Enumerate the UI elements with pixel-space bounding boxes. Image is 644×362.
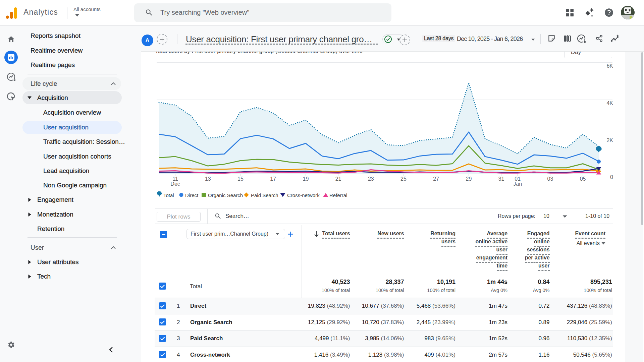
svg-text:03: 03 bbox=[547, 176, 553, 182]
svg-text:27: 27 bbox=[433, 176, 439, 182]
svg-text:4K: 4K bbox=[606, 100, 613, 106]
svg-text:05: 05 bbox=[580, 176, 586, 182]
svg-text:Jan: Jan bbox=[513, 181, 522, 187]
svg-text:Dec: Dec bbox=[170, 181, 180, 187]
svg-text:0: 0 bbox=[610, 174, 613, 180]
svg-text:15: 15 bbox=[237, 176, 244, 182]
svg-text:21: 21 bbox=[335, 176, 341, 182]
svg-text:31: 31 bbox=[498, 176, 504, 182]
svg-text:2K: 2K bbox=[606, 137, 613, 143]
svg-text:6K: 6K bbox=[606, 63, 613, 69]
svg-text:29: 29 bbox=[466, 176, 472, 182]
svg-text:17: 17 bbox=[270, 176, 276, 182]
svg-text:19: 19 bbox=[303, 176, 309, 182]
svg-text:25: 25 bbox=[400, 176, 407, 182]
svg-text:13: 13 bbox=[205, 176, 211, 182]
svg-text:23: 23 bbox=[368, 176, 374, 182]
